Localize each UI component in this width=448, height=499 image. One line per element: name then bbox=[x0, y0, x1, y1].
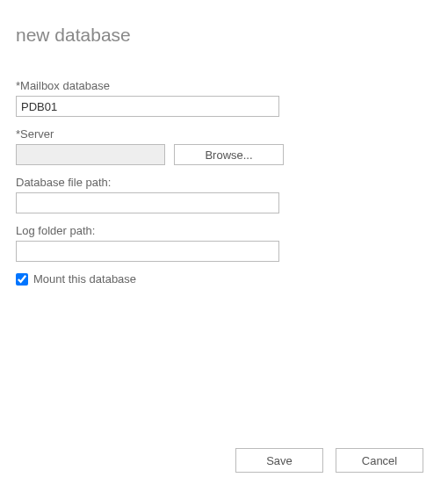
form-area: *Mailbox database *Server Browse... Data… bbox=[0, 46, 448, 286]
server-group: *Server Browse... bbox=[16, 127, 432, 165]
mount-checkbox-row: Mount this database bbox=[16, 272, 432, 286]
cancel-button[interactable]: Cancel bbox=[336, 448, 423, 473]
mailbox-database-input[interactable] bbox=[16, 96, 279, 117]
db-file-path-input[interactable] bbox=[16, 192, 279, 213]
db-file-path-label: Database file path: bbox=[16, 176, 432, 189]
log-folder-path-group: Log folder path: bbox=[16, 224, 432, 262]
save-button[interactable]: Save bbox=[235, 448, 323, 473]
dialog-footer: Save Cancel bbox=[235, 448, 423, 473]
server-label: *Server bbox=[16, 127, 432, 141]
log-folder-path-label: Log folder path: bbox=[16, 224, 432, 237]
mount-checkbox-label[interactable]: Mount this database bbox=[33, 272, 136, 286]
browse-button[interactable]: Browse... bbox=[174, 144, 284, 165]
mailbox-database-label: *Mailbox database bbox=[16, 79, 432, 92]
server-row: Browse... bbox=[16, 144, 432, 165]
dialog-title: new database bbox=[0, 0, 448, 46]
server-input[interactable] bbox=[16, 144, 165, 165]
db-file-path-group: Database file path: bbox=[16, 176, 432, 213]
mailbox-database-group: *Mailbox database bbox=[16, 79, 432, 117]
mount-checkbox[interactable] bbox=[16, 273, 28, 286]
log-folder-path-input[interactable] bbox=[16, 241, 279, 262]
